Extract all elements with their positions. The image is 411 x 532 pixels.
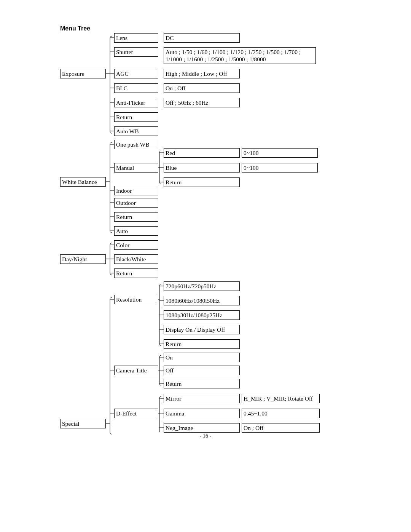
page-number: - 16 - [0, 433, 411, 439]
page: Menu Tree Exposure White Balance Day/Nig… [0, 0, 411, 532]
tree-connectors [0, 0, 411, 532]
